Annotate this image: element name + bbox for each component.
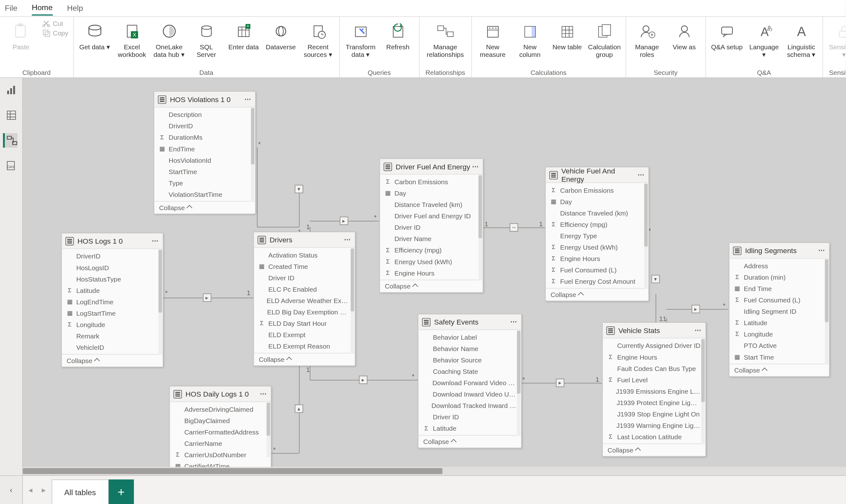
table-field[interactable]: ▦ Start Time [729,351,829,362]
table-more-button[interactable]: ⋯ [260,390,267,398]
table-field[interactable]: VehicleID [62,342,163,353]
cut-button[interactable]: Cut [42,19,68,28]
table-scrollbar[interactable] [479,175,482,280]
sensitivity-button[interactable]: Sensitivity ▾ [828,19,846,59]
collapse-button[interactable]: Collapse [603,443,706,456]
table-field[interactable]: Remark [62,330,163,341]
add-page-button[interactable]: + [108,479,134,504]
dax-view-button[interactable]: DAX [4,158,18,173]
recent-sources-button[interactable]: Recent sources ▾ [302,19,334,59]
linguistic-schema-button[interactable]: ALinguistic schema ▾ [785,19,817,59]
new-measure-button[interactable]: New measure [476,19,509,59]
table-field[interactable]: ▦ Created Time [254,260,355,272]
table-field[interactable]: BigDayClaimed [170,415,271,426]
table-field[interactable]: Σ CarrierUsDotNumber [170,449,271,460]
table-field[interactable]: Activation Status [254,249,355,260]
table-more-button[interactable]: ⋯ [510,318,517,326]
table-field[interactable]: Σ Engine Hours [603,351,706,362]
table-field[interactable]: Σ DurationMs [154,131,255,143]
table-field[interactable]: Energy Type [546,230,648,241]
table-field[interactable]: Σ Latitude [62,284,163,296]
table-field[interactable]: HosViolationId [154,154,255,166]
table-more-button[interactable]: ⋯ [344,236,351,244]
table-field[interactable]: StartTime [154,166,255,177]
table-field[interactable]: Σ Energy Used (kWh) [546,241,648,252]
collapse-button[interactable]: Collapse [254,353,355,365]
table-scrollbar[interactable] [266,402,270,457]
scrollbar-thumb[interactable] [701,339,705,402]
table-field[interactable]: ▦ Day [380,187,483,198]
table-field[interactable]: ELD Adverse Weather Exemption ... [254,294,355,306]
table-field[interactable]: Σ Engine Hours [546,252,648,264]
table-field[interactable]: Idling Segment ID [729,306,829,317]
table-field[interactable]: ELD Exempt [254,329,355,340]
manage-roles-button[interactable]: Manage roles [631,19,663,59]
copy-button[interactable]: Copy [42,29,68,37]
table-field[interactable]: J1939 Protect Engine Light On [603,397,706,408]
table-hos-violations[interactable]: HOS Violations 1 0 ⋯ Description DriverI… [154,91,256,214]
table-more-button[interactable]: ⋯ [818,247,826,254]
table-field[interactable]: ViolationStartTime [154,188,255,200]
table-field[interactable]: Σ Energy Used (kWh) [380,256,483,267]
table-field[interactable]: CarrierFormattedAddress [170,426,271,437]
table-field[interactable]: AdverseDrivingClaimed [170,403,271,415]
table-vehicle-fuel[interactable]: Vehicle Fuel And Energy ⋯ Σ Carbon Emiss… [545,167,649,301]
calculation-group-button[interactable]: Calculation group [588,19,621,59]
table-header[interactable]: Idling Segments ⋯ [729,243,829,258]
table-field[interactable]: Σ Fuel Energy Cost Amount [546,275,648,287]
table-more-button[interactable]: ⋯ [152,237,159,245]
new-table-button[interactable]: New table [551,19,584,51]
table-scrollbar[interactable] [158,250,162,355]
table-field[interactable]: ELD Big Day Exemption Enabled [254,306,355,317]
table-drivers[interactable]: Drivers ⋯ Activation Status ▦ Created Ti… [253,232,355,366]
table-header[interactable]: Vehicle Fuel And Energy ⋯ [546,167,648,183]
table-field[interactable]: Download Tracked Inward Video ... [419,400,521,411]
get-data-button[interactable]: Get data ▾ [78,19,111,51]
page-prev-button[interactable]: ◂ [25,484,36,495]
scrollbar-thumb[interactable] [479,175,482,238]
table-safety-events[interactable]: Safety Events ⋯ Behavior Label Behavior … [418,314,522,448]
table-field[interactable]: Driver ID [380,221,483,233]
table-field[interactable]: J1939 Warning Engine Light On [603,419,706,431]
table-field[interactable]: Σ Carbon Emissions [380,176,483,187]
table-header[interactable]: Vehicle Stats ⋯ [603,323,706,338]
table-header[interactable]: Driver Fuel And Energy ⋯ [380,159,483,175]
table-field[interactable]: Behavior Source [419,354,521,365]
table-more-button[interactable]: ⋯ [638,171,645,179]
table-field[interactable]: Coaching State [419,365,521,377]
collapse-button[interactable]: Collapse [154,201,255,214]
collapse-button[interactable]: Collapse [546,288,648,301]
table-vehicle-stats[interactable]: Vehicle Stats ⋯ Currently Assigned Drive… [602,322,706,456]
table-field[interactable]: Distance Traveled (km) [380,199,483,210]
table-field[interactable]: Driver ID [254,272,355,283]
table-field[interactable]: Currently Assigned Driver ID [603,340,706,351]
table-more-button[interactable]: ⋯ [244,95,252,103]
table-header[interactable]: HOS Logs 1 0 ⋯ [62,234,163,249]
onelake-button[interactable]: OneLake data hub ▾ [153,19,186,59]
collapse-button[interactable]: Collapse [419,435,521,448]
table-field[interactable]: Type [154,177,255,188]
scrollbar-thumb[interactable] [825,259,828,322]
table-field[interactable]: ELD Exempt Reason [254,340,355,352]
transform-data-button[interactable]: Transform data ▾ [344,19,377,59]
tab-file[interactable]: File [5,1,17,15]
scrollbar-thumb[interactable] [251,108,254,164]
scrollbar-thumb[interactable] [517,330,521,393]
table-field[interactable]: Driver Name [380,233,483,244]
model-canvas[interactable]: ▾ * 1 ▸ * 1 ▸ 1 * ▸ 1 * ▴ * ↔ 1 1 ▸ * 1 [23,78,846,475]
table-scrollbar[interactable] [701,339,705,444]
manage-relationships-button[interactable]: Manage relationships [424,19,466,59]
table-field[interactable]: Σ Efficiency (mpg) [380,244,483,256]
table-field[interactable]: Σ Fuel Level [603,374,706,385]
table-field[interactable]: J1939 Stop Engine Light On [603,408,706,419]
table-field[interactable]: Σ Carbon Emissions [546,184,648,196]
table-more-button[interactable]: ⋯ [472,163,479,170]
table-scrollbar[interactable] [517,330,521,435]
paste-button[interactable]: Paste [5,19,37,51]
table-field[interactable]: Download Inward Video URL [419,388,521,400]
table-field[interactable]: Σ ELD Day Start Hour [254,318,355,329]
scrollbar-thumb[interactable] [644,184,648,247]
table-field[interactable]: Σ Duration (min) [729,271,829,283]
table-field[interactable]: Description [154,109,255,120]
enter-data-button[interactable]: +Enter data [227,19,260,51]
